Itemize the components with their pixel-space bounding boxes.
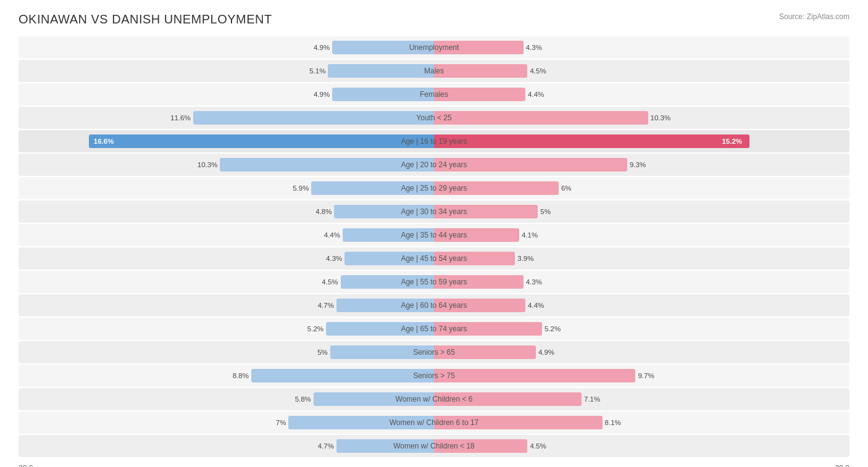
blue-bar bbox=[332, 41, 434, 54]
val-right: 4.3% bbox=[524, 278, 542, 286]
bar-row: 4.9%Unemployment4.3% bbox=[19, 36, 849, 59]
bar-left-area: 8.8% bbox=[19, 365, 434, 387]
val-left: 4.5% bbox=[322, 278, 340, 286]
pink-bar bbox=[434, 252, 515, 265]
blue-bar bbox=[328, 64, 434, 78]
bar-row: 4.7%Women w/ Children < 184.5% bbox=[19, 435, 849, 457]
bar-row: 5.8%Women w/ Children < 67.1% bbox=[19, 388, 849, 410]
bar-row: 4.4%Age | 35 to 44 years4.1% bbox=[19, 224, 849, 246]
val-right: 4.4% bbox=[525, 91, 544, 98]
val-left: 10.3% bbox=[198, 161, 220, 168]
pink-bar bbox=[434, 88, 525, 101]
bar-left-area: 5% bbox=[19, 341, 434, 363]
val-right: 4.5% bbox=[527, 442, 546, 450]
bar-right-area: 6% bbox=[434, 177, 849, 199]
blue-bar bbox=[288, 416, 434, 429]
chart-header: OKINAWAN VS DANISH UNEMPLOYMENT Source: … bbox=[19, 12, 849, 27]
pink-bar bbox=[434, 369, 635, 382]
bar-left-area: 4.3% bbox=[19, 247, 434, 270]
val-right: 15.2% bbox=[722, 138, 742, 145]
blue-bar bbox=[330, 345, 434, 359]
val-left: 4.7% bbox=[318, 302, 336, 309]
blue-bar bbox=[251, 369, 434, 382]
blue-bar bbox=[332, 88, 434, 101]
pink-bar bbox=[434, 41, 524, 54]
bar-right-area: 4.5% bbox=[434, 60, 849, 82]
chart-source: Source: ZipAtlas.com bbox=[779, 12, 849, 21]
val-left: 4.8% bbox=[315, 208, 334, 215]
blue-bar bbox=[334, 205, 434, 218]
bar-left-area: 4.9% bbox=[19, 36, 434, 59]
val-right: 4.9% bbox=[536, 349, 554, 356]
blue-bar bbox=[336, 439, 434, 453]
pink-bar bbox=[434, 322, 542, 336]
val-left: 8.8% bbox=[233, 372, 251, 379]
val-left: 16.6% bbox=[94, 138, 114, 145]
bar-right-area: 9.7% bbox=[434, 365, 849, 387]
pink-bar bbox=[434, 134, 749, 148]
bar-right-area: 4.4% bbox=[434, 83, 849, 105]
val-left: 5.9% bbox=[293, 184, 311, 192]
bar-right-area: 3.9% bbox=[434, 247, 849, 270]
bar-right-area: 15.2% bbox=[434, 130, 849, 152]
blue-bar bbox=[341, 275, 434, 289]
val-right: 4.1% bbox=[519, 231, 538, 239]
axis-left: 20.0 bbox=[19, 464, 434, 467]
bar-right-area: 4.4% bbox=[434, 294, 849, 316]
bar-right-area: 5.2% bbox=[434, 318, 849, 340]
val-right: 9.3% bbox=[627, 161, 646, 168]
bar-row: 10.3%Age | 20 to 24 years9.3% bbox=[19, 154, 849, 176]
bar-right-area: 4.5% bbox=[434, 435, 849, 457]
pink-bar bbox=[434, 275, 524, 289]
val-right: 5% bbox=[538, 208, 551, 215]
bar-left-area: 4.7% bbox=[19, 435, 434, 457]
val-left: 7% bbox=[276, 419, 289, 426]
bar-row: 16.6%Age | 16 to 19 years15.2% bbox=[19, 130, 849, 152]
val-left: 5% bbox=[317, 349, 330, 356]
bar-right-area: 4.3% bbox=[434, 36, 849, 59]
pink-bar bbox=[434, 181, 559, 195]
val-right: 7.1% bbox=[582, 395, 600, 403]
bar-right-area: 5% bbox=[434, 200, 849, 223]
bar-row: 4.5%Age | 55 to 59 years4.3% bbox=[19, 271, 849, 293]
blue-bar bbox=[220, 158, 434, 172]
val-right: 4.4% bbox=[525, 302, 544, 309]
pink-bar bbox=[434, 299, 525, 312]
val-left: 5.8% bbox=[295, 395, 314, 403]
val-right: 6% bbox=[559, 184, 572, 192]
blue-bar bbox=[89, 134, 434, 148]
blue-bar bbox=[343, 228, 434, 242]
bar-right-area: 10.3% bbox=[434, 107, 849, 129]
val-left: 11.6% bbox=[170, 114, 193, 122]
bar-left-area: 5.8% bbox=[19, 388, 434, 410]
bar-right-area: 8.1% bbox=[434, 411, 849, 434]
bar-right-area: 4.3% bbox=[434, 271, 849, 293]
bar-left-area: 4.4% bbox=[19, 224, 434, 246]
val-right: 9.7% bbox=[635, 372, 654, 379]
bar-row: 11.6%Youth < 2510.3% bbox=[19, 107, 849, 129]
pink-bar bbox=[434, 416, 603, 429]
bar-left-area: 10.3% bbox=[19, 154, 434, 176]
chart-container: OKINAWAN VS DANISH UNEMPLOYMENT Source: … bbox=[19, 12, 849, 467]
axis-right: 20.0 bbox=[434, 464, 849, 467]
val-left: 5.2% bbox=[307, 325, 326, 333]
axis-row: 20.0 20.0 bbox=[19, 461, 849, 467]
bar-left-area: 5.2% bbox=[19, 318, 434, 340]
chart-title: OKINAWAN VS DANISH UNEMPLOYMENT bbox=[19, 12, 272, 27]
val-right: 4.3% bbox=[524, 44, 542, 51]
bar-row: 5.2%Age | 65 to 74 years5.2% bbox=[19, 318, 849, 340]
val-right: 5.2% bbox=[542, 325, 561, 333]
blue-bar bbox=[326, 322, 434, 336]
axis-left-val: 20.0 bbox=[19, 464, 33, 467]
blue-bar bbox=[336, 299, 434, 312]
bar-left-area: 16.6% bbox=[19, 130, 434, 152]
bar-left-area: 4.5% bbox=[19, 271, 434, 293]
pink-bar bbox=[434, 205, 538, 218]
chart-body: 4.9%Unemployment4.3%5.1%Males4.5%4.9%Fem… bbox=[19, 36, 849, 457]
val-left: 4.7% bbox=[318, 442, 336, 450]
pink-bar bbox=[434, 158, 627, 172]
val-right: 8.1% bbox=[603, 419, 621, 426]
bar-row: 5.9%Age | 25 to 29 years6% bbox=[19, 177, 849, 199]
bar-row: 5.1%Males4.5% bbox=[19, 60, 849, 82]
bar-left-area: 5.1% bbox=[19, 60, 434, 82]
